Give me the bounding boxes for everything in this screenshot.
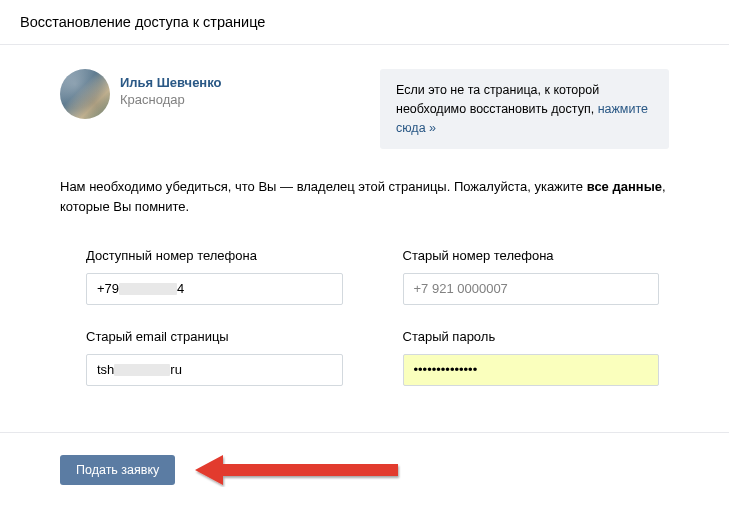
submit-button[interactable]: Подать заявку — [60, 455, 175, 485]
arrow-icon — [193, 453, 403, 487]
user-name-link[interactable]: Илья Шевченко — [120, 75, 222, 90]
form-grid: Доступный номер телефона +794 Старый ном… — [86, 248, 659, 386]
old-password-group: Старый пароль — [403, 329, 660, 386]
old-phone-input[interactable] — [403, 273, 660, 305]
instruction-text: Нам необходимо убедиться, что Вы — владе… — [60, 177, 669, 217]
email-suffix: ru — [170, 362, 182, 377]
old-password-label: Старый пароль — [403, 329, 660, 344]
phone-prefix: +79 — [97, 281, 119, 296]
old-email-group: Старый email страницы tshru — [86, 329, 343, 386]
old-email-label: Старый email страницы — [86, 329, 343, 344]
phone-redacted — [119, 283, 177, 295]
page-header: Восстановление доступа к странице — [0, 0, 729, 45]
wrong-page-notice: Если это не та страница, к которой необх… — [380, 69, 669, 149]
old-phone-label: Старый номер телефона — [403, 248, 660, 263]
footer: Подать заявку — [0, 433, 729, 507]
content: Илья Шевченко Краснодар Если это не та с… — [0, 45, 729, 396]
available-phone-label: Доступный номер телефона — [86, 248, 343, 263]
phone-suffix: 4 — [177, 281, 184, 296]
available-phone-input[interactable]: +794 — [86, 273, 343, 305]
old-phone-group: Старый номер телефона — [403, 248, 660, 305]
old-password-input[interactable] — [403, 354, 660, 386]
user-city: Краснодар — [120, 92, 222, 107]
avatar[interactable] — [60, 69, 110, 119]
user-info: Илья Шевченко Краснодар — [120, 69, 222, 107]
instruction-bold: все данные — [587, 179, 662, 194]
instruction-part1: Нам необходимо убедиться, что Вы — владе… — [60, 179, 587, 194]
old-email-input[interactable]: tshru — [86, 354, 343, 386]
notice-prefix: Если это не та страница, к которой необх… — [396, 83, 599, 116]
top-row: Илья Шевченко Краснодар Если это не та с… — [60, 69, 669, 149]
email-redacted — [114, 364, 170, 376]
email-prefix: tsh — [97, 362, 114, 377]
user-block: Илья Шевченко Краснодар — [60, 69, 360, 149]
available-phone-group: Доступный номер телефона +794 — [86, 248, 343, 305]
page-title: Восстановление доступа к странице — [20, 14, 709, 30]
